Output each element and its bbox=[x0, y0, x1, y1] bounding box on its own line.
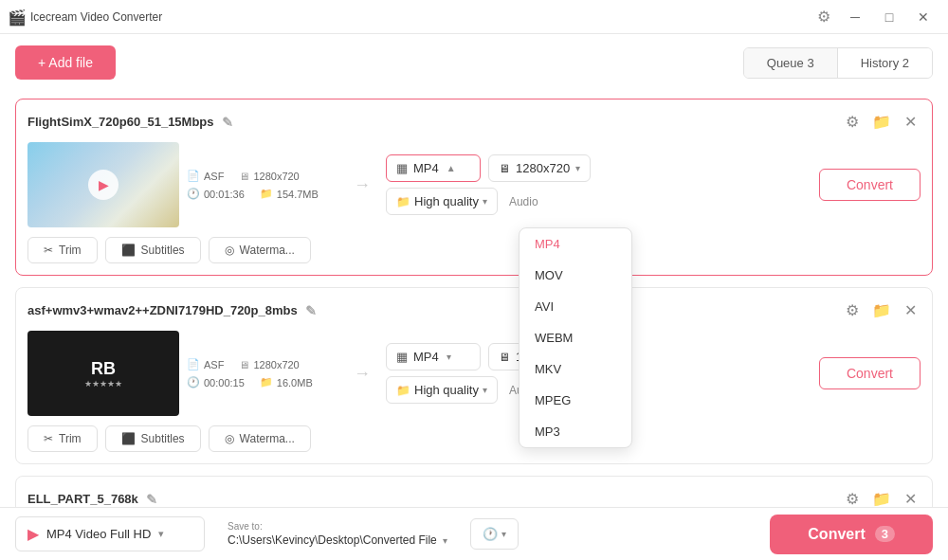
format-select-icon-1: ▦ bbox=[396, 161, 408, 175]
app-icon: 🎬 bbox=[8, 9, 25, 26]
dropdown-webm[interactable]: WEBM bbox=[520, 322, 631, 353]
folder-3-button[interactable]: 📁 bbox=[868, 488, 895, 507]
edit-name-2-icon[interactable]: ✎ bbox=[305, 303, 317, 318]
duration-meta-1: 🕐 00:01:36 bbox=[187, 188, 245, 200]
play-button-1[interactable]: ▶ bbox=[88, 170, 118, 200]
settings-2-button[interactable]: ⚙ bbox=[842, 299, 863, 321]
dropdown-mp4[interactable]: MP4 bbox=[520, 228, 631, 260]
dropdown-mp3[interactable]: MP3 bbox=[520, 416, 631, 447]
watermark-button-1[interactable]: ◎ Waterma... bbox=[209, 237, 311, 263]
watermark-icon-2: ◎ bbox=[225, 432, 234, 445]
file-name-1: FlightSimX_720p60_51_15Mbps ✎ bbox=[27, 115, 233, 130]
size-meta-2: 📁 16.0MB bbox=[260, 376, 313, 388]
format-dropdown-1: MP4 MOV AVI WEBM MKV MPEG MP3 bbox=[519, 227, 632, 448]
quality-icon-1: 📁 bbox=[396, 195, 410, 208]
convert-all-button[interactable]: Convert 3 bbox=[770, 515, 933, 554]
subtitles-button-1[interactable]: ⬛ Subtitles bbox=[105, 237, 201, 263]
watermark-icon-1: ◎ bbox=[225, 244, 234, 257]
file-name-2: asf+wmv3+wmav2++ZDNI7179HD_720p_8mbs ✎ bbox=[27, 303, 317, 318]
size-meta-1: 📁 154.7MB bbox=[260, 188, 319, 200]
file-actions-1: ✂ Trim ⬛ Subtitles ◎ Waterma... bbox=[27, 237, 921, 263]
file-1-actions: ⚙ 📁 ✕ bbox=[842, 111, 921, 133]
meta-row-1b: 🕐 00:01:36 📁 154.7MB bbox=[187, 188, 338, 200]
duration-meta-2: 🕐 00:00:15 bbox=[187, 376, 245, 388]
res-chevron-1: ▾ bbox=[575, 163, 580, 173]
arrow-2: → bbox=[354, 364, 371, 384]
file-card-3: ELL_PART_5_768k ✎ ⚙ 📁 ✕ bbox=[15, 476, 933, 507]
format-select-1[interactable]: ▦ MP4 ▲ bbox=[386, 154, 481, 182]
quality-chevron-1: ▾ bbox=[483, 196, 487, 207]
res-icon-2: 🖥 bbox=[239, 359, 249, 370]
convert-button-1[interactable]: Convert bbox=[819, 169, 921, 201]
file-2-actions: ⚙ 📁 ✕ bbox=[842, 299, 921, 321]
dropdown-mov[interactable]: MOV bbox=[520, 260, 631, 291]
video-type-select[interactable]: ▶ MP4 Video Full HD ▾ bbox=[15, 516, 205, 551]
convert-row-1a: ▦ MP4 ▲ 🖥 1280x720 ▾ bbox=[386, 154, 811, 182]
thumbnail-1: ▶ bbox=[27, 142, 179, 227]
history-tab[interactable]: History 2 bbox=[838, 48, 932, 78]
folder-2-button[interactable]: 📁 bbox=[868, 299, 895, 321]
file-card-3-header: ELL_PART_5_768k ✎ ⚙ 📁 ✕ bbox=[27, 488, 921, 507]
trim-button-2[interactable]: ✂ Trim bbox=[27, 425, 98, 452]
edit-name-3-icon[interactable]: ✎ bbox=[146, 492, 157, 507]
file-actions-2: ✂ Trim ⬛ Subtitles ◎ Waterma... bbox=[27, 425, 921, 452]
arrow-1: → bbox=[354, 175, 371, 195]
convert-button-2[interactable]: Convert bbox=[819, 357, 921, 389]
history-clock-button[interactable]: 🕐 ▾ bbox=[470, 518, 519, 550]
settings-1-button[interactable]: ⚙ bbox=[842, 111, 863, 133]
file-3-actions: ⚙ 📁 ✕ bbox=[842, 488, 921, 507]
file-card-2-body: RB ★★★★★ 📄 ASF 🖥 1280x720 bbox=[27, 331, 921, 416]
thumbnail-2: RB ★★★★★ bbox=[27, 331, 179, 416]
quality-chevron-2: ▾ bbox=[483, 385, 487, 395]
format-select-2[interactable]: ▦ MP4 ▾ bbox=[386, 343, 481, 370]
minimize-button[interactable]: ─ bbox=[838, 2, 872, 32]
audio-label-1: Audio bbox=[509, 195, 538, 208]
file-card-1-header: FlightSimX_720p60_51_15Mbps ✎ ⚙ 📁 ✕ bbox=[27, 111, 921, 133]
close-3-button[interactable]: ✕ bbox=[901, 488, 921, 507]
format-meta-2: 📄 ASF bbox=[187, 358, 224, 370]
subtitles-icon-1: ⬛ bbox=[121, 244, 136, 257]
res-icon-1: 🖥 bbox=[239, 171, 249, 182]
trim-button-1[interactable]: ✂ Trim bbox=[27, 237, 98, 263]
watermark-button-2[interactable]: ◎ Waterma... bbox=[209, 425, 311, 452]
dropdown-mkv[interactable]: MKV bbox=[520, 353, 631, 385]
meta-row-2a: 📄 ASF 🖥 1280x720 bbox=[187, 358, 338, 370]
dropdown-mpeg[interactable]: MPEG bbox=[520, 385, 631, 416]
file-card-2: asf+wmv3+wmav2++ZDNI7179HD_720p_8mbs ✎ ⚙… bbox=[15, 287, 933, 464]
queue-tab[interactable]: Queue 3 bbox=[744, 48, 838, 78]
convert-options-1: ▦ MP4 ▲ 🖥 1280x720 ▾ 📁 Hig bbox=[386, 154, 811, 215]
settings-3-button[interactable]: ⚙ bbox=[842, 488, 863, 507]
folder-1-button[interactable]: 📁 bbox=[868, 111, 895, 133]
trim-icon-1: ✂ bbox=[44, 244, 53, 257]
resolution-meta-2: 🖥 1280x720 bbox=[239, 359, 299, 370]
bottom-left: ▶ MP4 Video Full HD ▾ Save to: C:\Users\… bbox=[15, 516, 519, 551]
rb-logo: RB bbox=[91, 359, 116, 379]
file-name-3: ELL_PART_5_768k ✎ bbox=[27, 492, 157, 507]
close-1-button[interactable]: ✕ bbox=[901, 111, 921, 133]
dropdown-avi[interactable]: AVI bbox=[520, 291, 631, 322]
app-title: Icecream Video Converter bbox=[30, 10, 162, 24]
size-icon-1: 📁 bbox=[260, 188, 273, 200]
resolution-select-1[interactable]: 🖥 1280x720 ▾ bbox=[488, 154, 591, 182]
clock-icon: 🕐 bbox=[483, 527, 498, 541]
quality-select-1[interactable]: 📁 High quality ▾ bbox=[386, 188, 498, 215]
size-icon-2: 📁 bbox=[260, 376, 273, 388]
format-icon-1: 📄 bbox=[187, 170, 200, 182]
save-path[interactable]: C:\Users\Kevincy\Desktop\Converted File … bbox=[228, 533, 447, 547]
file-card-1-body: ▶ 📄 ASF 🖥 1280x720 bbox=[27, 142, 921, 227]
quality-select-2[interactable]: 📁 High quality ▾ bbox=[386, 376, 498, 404]
bottom-bar: ▶ MP4 Video Full HD ▾ Save to: C:\Users\… bbox=[0, 507, 948, 560]
subtitles-icon-2: ⬛ bbox=[121, 432, 136, 445]
close-2-button[interactable]: ✕ bbox=[901, 299, 921, 321]
edit-name-1-icon[interactable]: ✎ bbox=[222, 115, 233, 130]
add-file-button[interactable]: + Add file bbox=[15, 45, 116, 80]
subtitles-button-2[interactable]: ⬛ Subtitles bbox=[105, 425, 201, 452]
file-card-2-header: asf+wmv3+wmav2++ZDNI7179HD_720p_8mbs ✎ ⚙… bbox=[27, 299, 921, 321]
duration-icon-1: 🕐 bbox=[187, 188, 200, 200]
close-button[interactable]: ✕ bbox=[906, 2, 940, 32]
settings-icon[interactable]: ⚙ bbox=[810, 4, 838, 29]
res-select-icon-2: 🖥 bbox=[499, 351, 510, 364]
format-chevron-1: ▲ bbox=[447, 163, 456, 173]
file-card-1: FlightSimX_720p60_51_15Mbps ✎ ⚙ 📁 ✕ ▶ bbox=[15, 99, 933, 276]
maximize-button[interactable]: □ bbox=[872, 2, 906, 32]
